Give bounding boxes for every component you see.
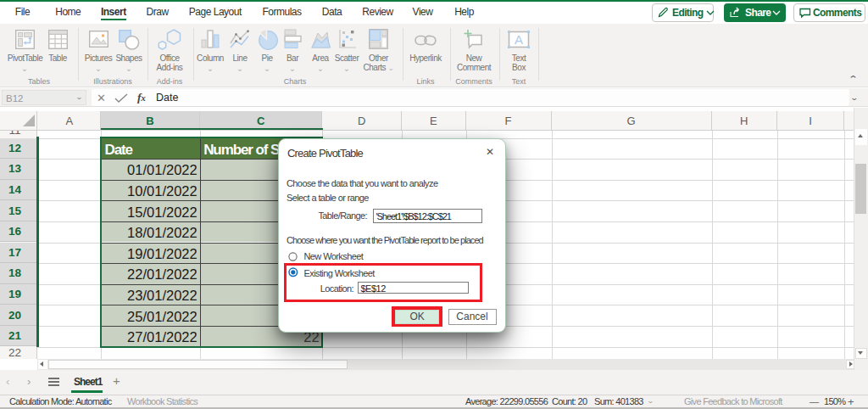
svg-text:A: A bbox=[515, 32, 523, 47]
